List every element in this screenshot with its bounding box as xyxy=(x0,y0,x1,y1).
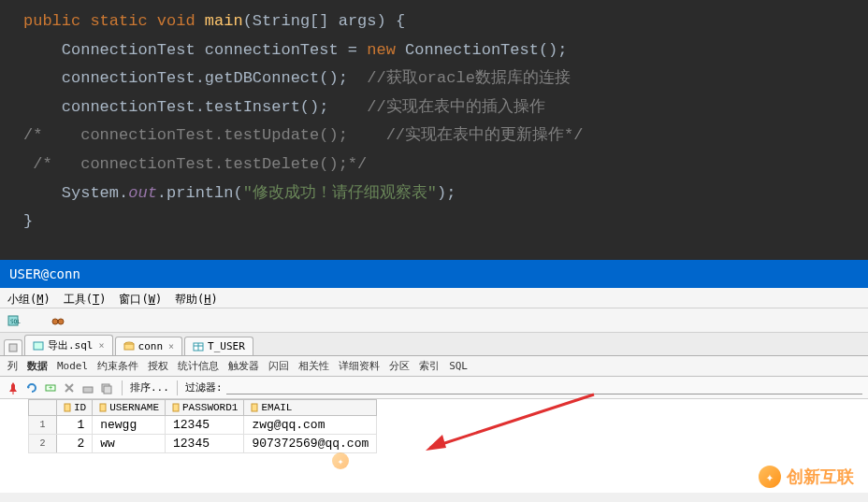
code-line[interactable]: } xyxy=(23,208,859,237)
code-line[interactable]: ConnectionTest connectionTest = new Conn… xyxy=(23,36,859,65)
svg-text:SQL: SQL xyxy=(10,318,21,324)
pin-icon[interactable] xyxy=(7,381,20,394)
subtab-索引[interactable]: 索引 xyxy=(419,359,440,373)
menu-item-m[interactable]: 小组(M) xyxy=(7,292,51,304)
svg-text:+: + xyxy=(49,384,52,392)
subtab-触发器[interactable]: 触发器 xyxy=(228,359,259,373)
refresh-icon[interactable] xyxy=(25,381,38,394)
svg-rect-8 xyxy=(124,344,134,350)
code-line[interactable]: /* connectionTest.testDelete();*/ xyxy=(23,151,859,179)
cell[interactable]: 12345 xyxy=(166,416,244,435)
menu-item-h[interactable]: 帮助(H) xyxy=(175,292,218,304)
svg-rect-15 xyxy=(83,387,93,393)
svg-rect-5 xyxy=(9,344,17,351)
cell[interactable]: zwg@qq.com xyxy=(244,416,377,435)
svg-rect-17 xyxy=(104,386,111,394)
main-toolbar: SQL xyxy=(0,308,868,333)
svg-line-22 xyxy=(430,394,594,448)
close-icon[interactable]: × xyxy=(99,340,105,351)
connection-title: USER@conn xyxy=(0,260,868,288)
subtab-约束条件[interactable]: 约束条件 xyxy=(97,359,138,373)
tab----sql[interactable]: 导出.sql× xyxy=(24,335,113,355)
sql-icon xyxy=(33,340,44,351)
subtab-相关性[interactable]: 相关性 xyxy=(298,359,329,373)
code-line[interactable]: /* connectionTest.testUpdate(); //实现在表中的… xyxy=(23,122,859,151)
sql-worksheet-icon[interactable]: SQL xyxy=(7,313,22,328)
menu-bar: 小组(M)工具(T)窗口(W)帮助(H) xyxy=(0,288,868,308)
svg-marker-23 xyxy=(426,435,446,451)
tab-bar: 导出.sql×conn×T_USER xyxy=(0,333,868,356)
code-line[interactable]: System.out.println("修改成功！请仔细观察表"); xyxy=(23,179,859,208)
binoculars-icon[interactable] xyxy=(51,313,65,328)
tab-conn[interactable]: conn× xyxy=(115,337,183,355)
annotation-arrow xyxy=(416,390,603,465)
cell[interactable]: 12345 xyxy=(166,435,244,453)
close-icon[interactable]: × xyxy=(168,341,174,351)
cell[interactable]: 907372569@qq.com xyxy=(244,435,377,453)
cell[interactable]: 2 xyxy=(57,435,93,453)
row-number: 2 xyxy=(29,435,57,453)
code-line[interactable]: public static void main(String[] args) { xyxy=(23,7,859,36)
cell[interactable]: newgg xyxy=(93,416,166,435)
cell[interactable]: ww xyxy=(93,435,166,453)
row-number: 1 xyxy=(29,416,57,435)
subtab-分区[interactable]: 分区 xyxy=(389,359,410,373)
subtab-统计信息[interactable]: 统计信息 xyxy=(178,359,219,373)
tab-indicator[interactable] xyxy=(4,339,22,355)
svg-rect-18 xyxy=(65,404,70,411)
code-line[interactable]: connectionTest.getDBConnect(); //获取oracl… xyxy=(23,65,859,93)
subtab-详细资料[interactable]: 详细资料 xyxy=(339,359,380,373)
column-header-id[interactable]: ID xyxy=(57,400,93,416)
subtab-SQL[interactable]: SQL xyxy=(449,360,468,372)
filter-input[interactable] xyxy=(226,380,863,394)
delete-row-icon[interactable] xyxy=(63,381,76,394)
add-row-icon[interactable]: + xyxy=(44,381,57,394)
row-header-blank xyxy=(29,400,57,416)
commit-icon[interactable] xyxy=(81,381,94,394)
tab-t-user[interactable]: T_USER xyxy=(184,337,253,355)
svg-rect-4 xyxy=(57,320,59,322)
tab-label: T_USER xyxy=(208,340,245,352)
svg-rect-20 xyxy=(173,404,179,411)
column-header-password1[interactable]: PASSWORD1 xyxy=(166,400,244,416)
rollback-icon[interactable] xyxy=(100,381,113,394)
filter-label: 过滤器: xyxy=(185,380,223,394)
column-header-email[interactable]: EMAIL xyxy=(244,400,377,416)
subtab-数据[interactable]: 数据 xyxy=(27,359,48,373)
watermark-small: ✦ xyxy=(332,452,349,469)
tab-label: 导出.sql xyxy=(48,338,94,352)
table-row[interactable]: 22ww12345907372569@qq.com xyxy=(29,435,377,453)
subtab-闪回[interactable]: 闪回 xyxy=(268,359,289,373)
code-editor[interactable]: public static void main(String[] args) {… xyxy=(0,0,868,260)
svg-rect-19 xyxy=(100,404,106,411)
menu-item-t[interactable]: 工具(T) xyxy=(64,292,107,304)
sort-button[interactable]: 排序... xyxy=(130,380,169,394)
cell[interactable]: 1 xyxy=(57,416,93,435)
code-line[interactable]: connectionTest.testInsert(); //实现在表中的插入操… xyxy=(23,93,859,122)
table-icon xyxy=(193,341,204,352)
menu-item-w[interactable]: 窗口(W) xyxy=(119,292,162,304)
watermark: ✦ 创新互联 xyxy=(759,466,854,488)
subtab-Model[interactable]: Model xyxy=(57,360,88,372)
db-icon xyxy=(123,341,135,352)
column-header-username[interactable]: USERNAME xyxy=(93,400,166,416)
data-toolbar: + 排序... 过滤器: xyxy=(0,377,868,399)
tab-label: conn xyxy=(138,340,164,352)
svg-rect-21 xyxy=(252,404,257,411)
data-table[interactable]: IDUSERNAMEPASSWORD1EMAIL11newgg12345zwg@… xyxy=(28,399,377,453)
table-row[interactable]: 11newgg12345zwg@qq.com xyxy=(29,416,377,435)
subtab-授权[interactable]: 授权 xyxy=(148,359,168,373)
subtab-bar: 列数据Model约束条件授权统计信息触发器闪回相关性详细资料分区索引SQL xyxy=(0,356,868,377)
svg-rect-6 xyxy=(34,342,43,350)
subtab-列[interactable]: 列 xyxy=(7,359,18,373)
